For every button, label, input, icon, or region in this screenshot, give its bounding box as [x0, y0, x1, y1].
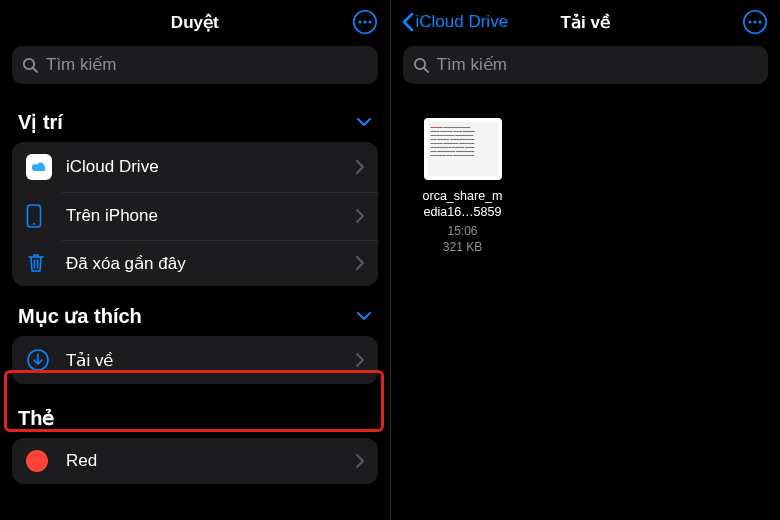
- file-meta: 15:06321 KB: [443, 223, 482, 255]
- chevron-right-icon: [356, 256, 364, 270]
- search-input-right[interactable]: [437, 55, 759, 75]
- tags-list: Red: [12, 438, 378, 484]
- more-button-left[interactable]: [350, 7, 380, 37]
- tag-dot-icon: [26, 450, 48, 472]
- favorite-item-downloads[interactable]: Tải về: [12, 336, 378, 384]
- section-title-tags: Thẻ: [18, 406, 54, 430]
- favorites-list: Tải về: [12, 336, 378, 384]
- chevron-right-icon: [356, 160, 364, 174]
- downloads-screen: iCloud Drive Tải về: [391, 0, 781, 520]
- tag-item-red[interactable]: Red: [12, 438, 378, 484]
- back-label: iCloud Drive: [416, 12, 509, 32]
- svg-point-1: [358, 20, 361, 23]
- chevron-right-icon: [356, 454, 364, 468]
- search-icon: [22, 57, 39, 74]
- section-header-favorites[interactable]: Mục ưa thích: [0, 286, 390, 336]
- file-grid: ▬▬▬▬ ▬▬▬▬▬▬▬▬▬▬▬▬ ▬▬▬▬ ▬▬▬ ▬▬▬▬▬▬▬▬▬▬▬▬ …: [391, 92, 781, 281]
- nav-title-left: Duyệt: [120, 12, 270, 33]
- search-bar-right[interactable]: [403, 46, 769, 84]
- row-label: Trên iPhone: [66, 206, 356, 226]
- section-title-locations: Vị trí: [18, 110, 63, 134]
- file-name: orca_share_media16…5859: [423, 188, 503, 221]
- search-icon: [413, 57, 430, 74]
- location-item-on-iphone[interactable]: Trên iPhone: [12, 192, 378, 240]
- svg-point-2: [363, 20, 366, 23]
- file-thumbnail: ▬▬▬▬ ▬▬▬▬▬▬▬▬▬▬▬▬ ▬▬▬▬ ▬▬▬ ▬▬▬▬▬▬▬▬▬▬▬▬ …: [424, 118, 502, 180]
- chevron-down-icon: [356, 311, 372, 321]
- row-label: iCloud Drive: [66, 157, 356, 177]
- svg-line-5: [33, 68, 37, 72]
- location-item-icloud-drive[interactable]: iCloud Drive: [12, 142, 378, 192]
- location-item-recently-deleted[interactable]: Đã xóa gần đây: [12, 240, 378, 286]
- iphone-icon: [26, 204, 56, 228]
- svg-point-7: [33, 223, 35, 225]
- nav-title-right: Tải về: [511, 12, 661, 33]
- search-bar-left[interactable]: [12, 46, 378, 84]
- browse-screen: Duyệt Vị trí: [0, 0, 390, 520]
- trash-icon: [26, 252, 56, 274]
- chevron-left-icon: [401, 12, 414, 32]
- chevron-right-icon: [356, 209, 364, 223]
- section-header-tags[interactable]: Thẻ: [0, 384, 390, 438]
- row-label: Tải về: [66, 350, 356, 371]
- chevron-right-icon: [356, 353, 364, 367]
- icloud-icon: [26, 154, 52, 180]
- svg-line-14: [424, 68, 428, 72]
- svg-point-10: [748, 20, 751, 23]
- navbar-right: iCloud Drive Tải về: [391, 0, 781, 44]
- more-button-right[interactable]: [740, 7, 770, 37]
- download-icon: [26, 348, 56, 372]
- chevron-down-icon: [356, 117, 372, 127]
- row-label: Red: [66, 451, 356, 471]
- section-header-locations[interactable]: Vị trí: [0, 92, 390, 142]
- more-icon: [352, 9, 378, 35]
- locations-list: iCloud Drive Trên iPhone Đã xóa gần đây: [12, 142, 378, 286]
- row-label: Đã xóa gần đây: [66, 253, 356, 274]
- file-item[interactable]: ▬▬▬▬ ▬▬▬▬▬▬▬▬▬▬▬▬ ▬▬▬▬ ▬▬▬ ▬▬▬▬▬▬▬▬▬▬▬▬ …: [411, 118, 515, 255]
- svg-point-11: [753, 20, 756, 23]
- back-button[interactable]: iCloud Drive: [401, 12, 509, 32]
- svg-point-3: [368, 20, 371, 23]
- search-input-left[interactable]: [46, 55, 368, 75]
- svg-point-12: [758, 20, 761, 23]
- navbar-left: Duyệt: [0, 0, 390, 44]
- section-title-favorites: Mục ưa thích: [18, 304, 142, 328]
- more-icon: [742, 9, 768, 35]
